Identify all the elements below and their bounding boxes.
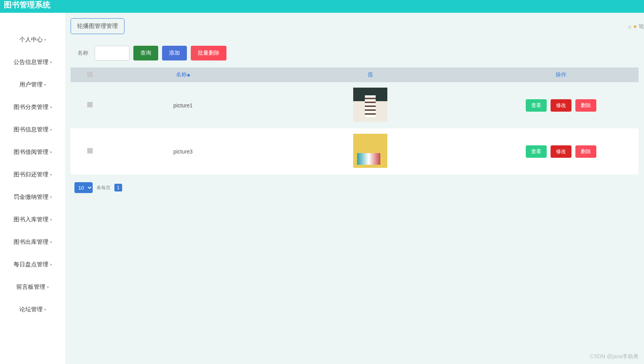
table-row: picture1 查看 修改 删除 <box>71 82 639 128</box>
chevron-down-icon: ▾ <box>50 262 52 267</box>
sidebar-item-label: 图书入库管理 <box>14 216 48 223</box>
chevron-down-icon: ▾ <box>50 217 52 222</box>
sidebar-item-label: 每日盘点管理 <box>14 261 48 268</box>
chevron-down-icon: ▾ <box>44 83 46 87</box>
sidebar-item-borrow[interactable]: 图书借阅管理▾ <box>0 141 65 163</box>
sidebar-item-profile[interactable]: 个人中心▾ <box>0 28 65 51</box>
sidebar-item-daily[interactable]: 每日盘点管理▾ <box>0 253 65 276</box>
thumbnail-image <box>353 134 387 168</box>
sidebar-item-label: 个人中心 <box>19 36 43 43</box>
sidebar-item-label: 图书归还管理 <box>14 171 48 178</box>
cell-value <box>257 128 483 174</box>
cell-name: picture3 <box>109 128 257 174</box>
bulk-delete-button[interactable]: 批量删除 <box>191 46 226 60</box>
thumbnail-image <box>353 88 387 122</box>
table-header-row: 名称◆ 值 操作 <box>71 67 639 82</box>
header-value: 值 <box>257 67 483 82</box>
sidebar-item-label: 图书出库管理 <box>14 238 48 246</box>
table-row: picture3 查看 修改 删除 <box>71 128 639 174</box>
page-size-select[interactable]: 10 <box>74 182 93 193</box>
star-icon: ★ <box>633 24 637 29</box>
toolbar: 名称 查询 添加 批量删除 <box>71 46 639 60</box>
chevron-down-icon: ▾ <box>50 60 52 64</box>
sidebar-item-category[interactable]: 图书分类管理▾ <box>0 96 65 118</box>
sidebar-item-label: 公告信息管理 <box>14 59 48 66</box>
cell-actions: 查看 修改 删除 <box>483 82 639 128</box>
header-name[interactable]: 名称◆ <box>109 67 257 82</box>
page-tag[interactable]: 轮播图管理管理 <box>71 18 124 34</box>
chevron-down-icon: ▾ <box>50 195 52 199</box>
search-label: 名称 <box>78 50 88 57</box>
data-table: 名称◆ 值 操作 picture1 查看 修改 删除 <box>71 67 639 174</box>
sidebar-item-forum[interactable]: 论坛管理▾ <box>0 298 65 321</box>
home-icon[interactable]: ⌂ <box>628 24 631 29</box>
main-content: 轮播图管理管理 ⌂ ★ 轮 名称 查询 添加 批量删除 名称◆ 值 操作 <box>65 13 644 364</box>
app-header: 图书管理系统 <box>0 0 644 13</box>
page-number[interactable]: 1 <box>114 184 122 191</box>
chevron-down-icon: ▾ <box>50 150 52 154</box>
sidebar-item-stockin[interactable]: 图书入库管理▾ <box>0 208 65 231</box>
edit-button[interactable]: 修改 <box>551 99 571 112</box>
per-page-label: 条每页 <box>97 185 110 191</box>
chevron-down-icon: ▾ <box>47 285 49 289</box>
breadcrumb: ⌂ ★ 轮 <box>628 23 644 30</box>
sidebar-item-label: 图书分类管理 <box>14 104 48 111</box>
sidebar-item-label: 用户管理 <box>19 81 43 88</box>
query-button[interactable]: 查询 <box>133 46 158 60</box>
chevron-down-icon: ▾ <box>50 128 52 132</box>
chevron-down-icon: ▾ <box>44 307 46 312</box>
breadcrumb-tail: 轮 <box>639 23 644 30</box>
cell-name: picture1 <box>109 82 257 128</box>
delete-button[interactable]: 删除 <box>575 145 596 158</box>
edit-button[interactable]: 修改 <box>551 145 571 158</box>
chevron-down-icon: ▾ <box>50 105 52 109</box>
sidebar: 个人中心▾ 公告信息管理▾ 用户管理▾ 图书分类管理▾ 图书信息管理▾ 图书借阅… <box>0 13 65 364</box>
sidebar-item-label: 留言板管理 <box>16 283 45 291</box>
chevron-down-icon: ▾ <box>50 173 52 177</box>
pagination: 10 条每页 1 <box>71 182 639 193</box>
row-checkbox[interactable] <box>87 102 93 107</box>
delete-button[interactable]: 删除 <box>575 99 596 112</box>
sidebar-item-label: 论坛管理 <box>19 306 43 313</box>
cell-actions: 查看 修改 删除 <box>483 128 639 174</box>
chevron-down-icon: ▾ <box>44 38 46 42</box>
view-button[interactable]: 查看 <box>526 145 547 158</box>
sidebar-item-label: 图书借阅管理 <box>14 148 48 156</box>
sidebar-item-fine[interactable]: 罚金缴纳管理▾ <box>0 186 65 208</box>
watermark: CSDN @java李杨勇 <box>590 353 639 360</box>
select-all-checkbox[interactable] <box>87 72 93 77</box>
sidebar-item-message[interactable]: 留言板管理▾ <box>0 276 65 298</box>
sidebar-item-bookinfo[interactable]: 图书信息管理▾ <box>0 118 65 141</box>
sidebar-item-label: 图书信息管理 <box>14 126 48 133</box>
chevron-down-icon: ▾ <box>50 240 52 244</box>
add-button[interactable]: 添加 <box>162 46 187 60</box>
search-input[interactable] <box>95 46 129 60</box>
header-action: 操作 <box>483 67 639 82</box>
header-checkbox-col <box>71 67 109 82</box>
sidebar-item-label: 罚金缴纳管理 <box>14 193 48 201</box>
sidebar-item-announce[interactable]: 公告信息管理▾ <box>0 51 65 73</box>
cell-value <box>257 82 483 128</box>
sidebar-item-return[interactable]: 图书归还管理▾ <box>0 163 65 186</box>
sort-icon: ◆ <box>187 72 190 77</box>
app-title: 图书管理系统 <box>4 0 50 9</box>
row-checkbox[interactable] <box>87 148 93 154</box>
view-button[interactable]: 查看 <box>526 99 547 112</box>
sidebar-item-user[interactable]: 用户管理▾ <box>0 73 65 96</box>
sidebar-item-stockout[interactable]: 图书出库管理▾ <box>0 231 65 253</box>
